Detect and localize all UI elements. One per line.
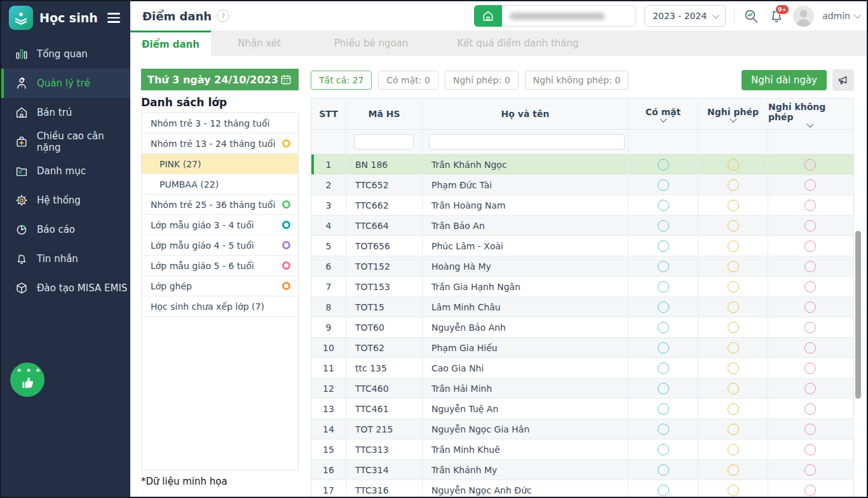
class-list-item[interactable]: Học sinh chưa xếp lớp (7) (142, 296, 298, 317)
excused-radio[interactable] (728, 485, 739, 496)
present-radio[interactable] (658, 281, 669, 293)
present-radio[interactable] (658, 261, 669, 272)
class-list-item[interactable]: PUMBAA (22) (142, 174, 298, 195)
class-list-item[interactable]: Nhóm trẻ 3 - 12 tháng tuổi (142, 113, 298, 134)
help-icon[interactable]: ? (217, 10, 229, 22)
school-year-dropdown[interactable]: 2023 - 2024 (644, 5, 726, 27)
sidebar-item-label: Bán trú (37, 107, 72, 118)
present-radio[interactable] (658, 383, 669, 394)
sidebar-item-tin-nhan[interactable]: Tin nhắn (1, 244, 130, 273)
chip-present[interactable]: Có mặt: 0 (378, 71, 438, 90)
excused-radio[interactable] (728, 403, 739, 415)
sidebar-item-quan-ly-tre[interactable]: Quản lý trẻ (1, 69, 130, 98)
feedback-button[interactable]: ★ ★ ★ (10, 363, 44, 397)
user-menu[interactable]: admin (822, 11, 859, 21)
search-lookup-button[interactable] (743, 8, 760, 25)
excused-radio[interactable] (728, 200, 739, 211)
unexcused-radio[interactable] (804, 261, 816, 272)
present-radio[interactable] (658, 403, 669, 415)
excused-radio[interactable] (728, 342, 739, 354)
name-filter-input[interactable] (429, 134, 625, 149)
date-header[interactable]: Thứ 3 ngày 24/10/2023 (141, 69, 299, 90)
col-nghi-phep[interactable]: Nghỉ phép (698, 99, 768, 129)
class-list-item[interactable]: Lớp mẫu giáo 5 - 6 tuổi (142, 256, 298, 276)
chip-excused[interactable]: Nghỉ phép: 0 (445, 71, 519, 90)
unexcused-radio[interactable] (804, 485, 816, 496)
excused-radio[interactable] (728, 322, 739, 333)
unexcused-radio[interactable] (804, 240, 816, 252)
unexcused-radio[interactable] (804, 383, 816, 394)
sidebar-item-label: Báo cáo (37, 224, 75, 235)
sidebar-item-chieu-cao-can-nang[interactable]: Chiều cao cân nặng (1, 127, 130, 156)
present-radio[interactable] (658, 179, 669, 191)
code-filter-input[interactable] (354, 134, 414, 149)
class-list-item[interactable]: Nhóm trẻ 25 - 36 tháng tuổi (142, 195, 298, 215)
excused-radio[interactable] (728, 424, 739, 435)
class-list-item[interactable]: Nhóm trẻ 13 - 24 tháng tuổi (142, 134, 298, 154)
sidebar-item-danh-muc[interactable]: Danh mục (1, 156, 130, 186)
excused-radio[interactable] (728, 363, 739, 374)
unexcused-radio[interactable] (804, 342, 816, 354)
table-scrollbar-thumb[interactable] (855, 231, 861, 399)
col-co-mat[interactable]: Có mặt (628, 99, 698, 129)
avatar[interactable] (793, 6, 814, 27)
present-radio[interactable] (658, 363, 669, 374)
sidebar-item-tong-quan[interactable]: Tổng quan (1, 39, 130, 69)
present-radio[interactable] (658, 464, 669, 476)
unexcused-radio[interactable] (804, 464, 816, 476)
present-radio[interactable] (658, 301, 669, 313)
unexcused-radio[interactable] (804, 424, 816, 435)
long-leave-button[interactable]: Nghỉ dài ngày (742, 70, 827, 90)
tab-phieu-be-ngoan[interactable]: Phiếu bé ngoan (308, 31, 435, 56)
present-radio[interactable] (658, 240, 669, 252)
excused-radio[interactable] (728, 261, 739, 272)
sidebar-item-he-thong[interactable]: Hệ thống (1, 186, 130, 215)
chip-all[interactable]: Tất cả: 27 (311, 71, 372, 90)
present-radio[interactable] (658, 220, 669, 232)
excused-radio[interactable] (728, 444, 739, 455)
present-radio[interactable] (658, 485, 669, 496)
excused-radio[interactable] (728, 383, 739, 394)
chip-unexcused[interactable]: Nghỉ không phép: 0 (525, 71, 629, 90)
notifications-button[interactable]: 9+ (768, 8, 785, 24)
class-list-item[interactable]: Lớp ghép (142, 276, 298, 296)
unexcused-radio[interactable] (804, 301, 816, 313)
sidebar-item-bao-cao[interactable]: Báo cáo (1, 215, 130, 244)
excused-radio[interactable] (728, 301, 739, 313)
unexcused-radio[interactable] (804, 363, 816, 374)
present-radio[interactable] (658, 322, 669, 333)
hamburger-menu-icon[interactable] (105, 10, 123, 25)
excused-radio[interactable] (728, 464, 739, 476)
tab-ket-qua-diem-danh-thang[interactable]: Kết quả điểm danh tháng (435, 31, 601, 56)
tab-nhan-xet[interactable]: Nhận xét (211, 31, 308, 56)
school-name-field[interactable] (502, 5, 636, 27)
sidebar-item-ban-tru[interactable]: Bán trú (1, 98, 130, 127)
unexcused-radio[interactable] (804, 281, 816, 293)
class-color-dot-icon (282, 282, 290, 290)
excused-radio[interactable] (728, 179, 739, 191)
sidebar-item-dao-tao-misa-emis[interactable]: Đào tạo MISA EMIS (1, 273, 130, 303)
unexcused-radio[interactable] (804, 322, 816, 333)
unexcused-radio[interactable] (804, 200, 816, 211)
present-radio[interactable] (658, 424, 669, 435)
excused-radio[interactable] (728, 281, 739, 293)
present-radio[interactable] (658, 444, 669, 455)
present-radio[interactable] (658, 342, 669, 354)
unexcused-radio[interactable] (804, 159, 816, 170)
school-home-button[interactable] (474, 5, 502, 27)
excused-radio[interactable] (728, 220, 739, 232)
class-list-item[interactable]: Lớp mẫu giáo 3 - 4 tuổi (142, 215, 298, 235)
unexcused-radio[interactable] (804, 403, 816, 415)
present-radio[interactable] (658, 159, 669, 170)
announce-button[interactable] (832, 69, 854, 91)
unexcused-radio[interactable] (804, 444, 816, 455)
class-list-item[interactable]: PINK (27) (142, 154, 298, 174)
unexcused-radio[interactable] (804, 179, 816, 191)
col-nghi-khong-phep[interactable]: Nghỉ không phép (768, 99, 852, 129)
present-radio[interactable] (658, 200, 669, 211)
tab-diem-danh[interactable]: Điểm danh (130, 31, 211, 56)
excused-radio[interactable] (728, 159, 739, 170)
class-list-item[interactable]: Lớp mẫu giáo 4 - 5 tuổi (142, 235, 298, 256)
unexcused-radio[interactable] (804, 220, 816, 232)
excused-radio[interactable] (728, 240, 739, 252)
